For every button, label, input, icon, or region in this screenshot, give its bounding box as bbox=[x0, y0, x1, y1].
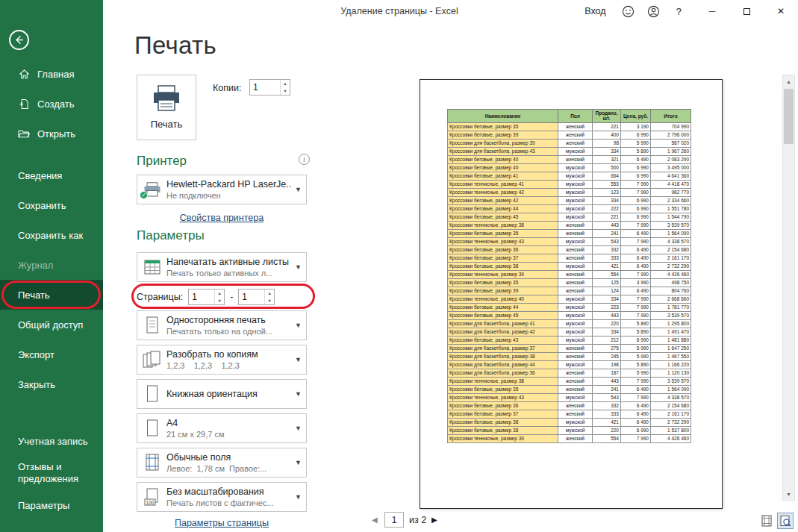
sidebar-item-zakryt[interactable]: Закрыть bbox=[0, 369, 103, 399]
account-person-icon[interactable] bbox=[646, 4, 661, 19]
table-row: Кроссовки для баскетбола, размер 41мужск… bbox=[448, 319, 691, 328]
sidebar-item-uchetnaya-zapis[interactable]: Учетная запись bbox=[0, 426, 103, 456]
setting-margins[interactable]: Обычные поля Левое: 1,78 см Правое:... ▼ bbox=[137, 448, 307, 478]
previous-page-icon[interactable]: ◀ bbox=[372, 516, 378, 524]
copies-input[interactable] bbox=[250, 80, 280, 95]
pages-from-stepper[interactable]: ▲▼ bbox=[188, 289, 225, 305]
setting-orientation[interactable]: Книжная ориентация ▼ bbox=[137, 379, 307, 409]
sidebar-item-sozdat[interactable]: Создать bbox=[0, 89, 103, 119]
setting-duplex[interactable]: Односторонняя печать Печатать только на … bbox=[137, 310, 307, 340]
setting-subtitle: Печатать только на одной... bbox=[166, 327, 272, 336]
printer-select[interactable]: ✓ Hewlett-Packard HP LaserJe... Не подкл… bbox=[137, 175, 307, 204]
back-button[interactable] bbox=[9, 30, 29, 50]
page-title: Печать bbox=[134, 31, 216, 60]
sidebar-item-sokhranit[interactable]: Сохранить bbox=[0, 190, 103, 220]
help-button[interactable]: ? bbox=[676, 6, 682, 17]
printer-properties-link[interactable]: Свойства принтера bbox=[180, 213, 264, 223]
table-cell: 321 bbox=[593, 155, 621, 163]
portrait-orientation-icon bbox=[142, 385, 163, 403]
sidebar-item-glavnaya[interactable]: Главная bbox=[0, 59, 103, 89]
scrollbar-thumb[interactable] bbox=[784, 89, 794, 144]
pages-from-input[interactable] bbox=[189, 290, 214, 304]
table-cell: 6 490 bbox=[621, 287, 651, 295]
sidebar-item-pechat[interactable]: Печать bbox=[0, 280, 103, 310]
info-icon[interactable]: i bbox=[299, 154, 310, 165]
table-cell: 3 190 bbox=[621, 122, 651, 131]
table-cell: женский bbox=[558, 434, 593, 442]
setting-print-active-sheets[interactable]: Напечатать активные листы Печать только … bbox=[137, 252, 307, 282]
table-cell: женский bbox=[558, 131, 593, 139]
setting-paper-size[interactable]: A4 21 см x 29,7 см ▼ bbox=[137, 413, 307, 443]
sidebar-item-sokhranit-kak[interactable]: Сохранить как bbox=[0, 220, 103, 250]
page-setup-link[interactable]: Параметры страницы bbox=[175, 518, 269, 528]
table-header-row: НаименованиеПолПродано, шт.Цена, руб.Ито… bbox=[448, 110, 691, 123]
table-cell: женский bbox=[558, 245, 593, 254]
table-cell: 400 bbox=[593, 131, 621, 139]
zoom-to-page-button[interactable] bbox=[777, 513, 794, 529]
sidebar-item-otkryt[interactable]: Открыть bbox=[0, 119, 103, 148]
table-cell: 334 bbox=[593, 147, 621, 155]
table-cell: мужской bbox=[558, 328, 593, 336]
table-cell: Кроссовки для баскетбола, размер 36 bbox=[448, 369, 558, 377]
copies-up-icon[interactable]: ▲ bbox=[281, 80, 290, 87]
table-cell: 123 bbox=[593, 188, 621, 196]
minimize-button[interactable]: ─ bbox=[695, 0, 729, 22]
copies-stepper[interactable]: ▲ ▼ bbox=[249, 79, 290, 96]
sidebar-item-obshchiy-dostup[interactable]: Общий доступ bbox=[0, 310, 103, 339]
table-cell: 1 647 250 bbox=[651, 344, 691, 352]
table-row: Кроссовки для баскетбола, размер 42мужск… bbox=[448, 328, 691, 336]
sidebar-item-eksport[interactable]: Экспорт bbox=[0, 339, 103, 369]
sidebar-item-parametry[interactable]: Параметры bbox=[0, 490, 103, 520]
next-page-icon[interactable]: ▶ bbox=[431, 516, 437, 524]
pages-from-up-icon[interactable]: ▲ bbox=[215, 290, 224, 297]
table-cell: 6 490 bbox=[621, 229, 651, 237]
table-row: Кроссовки беговые, размер 35женский2213 … bbox=[448, 122, 691, 131]
scrollbar-track[interactable] bbox=[783, 144, 794, 488]
table-cell: 6 490 bbox=[621, 254, 651, 262]
printer-small-icon: ✓ bbox=[142, 182, 163, 197]
maximize-button[interactable] bbox=[729, 0, 764, 22]
sign-in-button[interactable]: Вход bbox=[585, 6, 605, 16]
table-cell: 1 564 090 bbox=[651, 385, 691, 393]
chevron-down-icon: ▼ bbox=[295, 263, 302, 271]
sidebar-item-svedeniya[interactable]: Сведения bbox=[0, 160, 103, 190]
print-button[interactable]: Печать bbox=[137, 75, 196, 140]
sidebar-item-otzyvy[interactable]: Отзывы и предложения bbox=[0, 456, 103, 490]
table-cell: 804 760 bbox=[651, 287, 691, 295]
table-header-cell: Наименование bbox=[448, 110, 558, 123]
show-margins-button[interactable] bbox=[758, 513, 775, 529]
copies-down-icon[interactable]: ▼ bbox=[281, 87, 290, 95]
setting-scaling[interactable]: 100 Без масштабирования Печать листов с … bbox=[137, 482, 307, 512]
feedback-smiley-icon[interactable] bbox=[620, 4, 635, 19]
table-cell: мужской bbox=[558, 303, 593, 311]
table-cell: женский bbox=[558, 254, 593, 262]
table-cell: мужской bbox=[558, 295, 593, 303]
chevron-down-icon: ▼ bbox=[295, 493, 302, 501]
table-row: Кроссовки для баскетбола, размер 37женск… bbox=[448, 344, 691, 352]
pages-to-input[interactable] bbox=[239, 290, 264, 304]
table-header-cell: Цена, руб. bbox=[621, 110, 651, 123]
pages-to-up-icon[interactable]: ▲ bbox=[265, 290, 274, 297]
table-row: Кроссовки беговые, размер 44мужской2237 … bbox=[448, 303, 691, 311]
setting-collate[interactable]: Разобрать по копиям 1,2,3 1,2,3 1,2,3 ▼ bbox=[137, 345, 307, 375]
table-row: Кроссовки беговые, размер 45мужской4437 … bbox=[448, 311, 691, 319]
pages-from-down-icon[interactable]: ▼ bbox=[215, 297, 224, 304]
close-button[interactable]: ✕ bbox=[764, 0, 798, 22]
preview-scrollbar[interactable]: ▲ ▼ bbox=[782, 75, 795, 501]
copies-label: Копии: bbox=[213, 83, 241, 93]
table-cell: Кроссовки теннисные, размер 41 bbox=[448, 180, 558, 188]
table-cell: 5 890 bbox=[621, 328, 651, 336]
pages-to-down-icon[interactable]: ▼ bbox=[265, 297, 274, 304]
table-cell: 1 166 220 bbox=[651, 360, 691, 369]
scroll-up-icon[interactable]: ▲ bbox=[783, 75, 794, 87]
pages-to-stepper[interactable]: ▲▼ bbox=[238, 289, 275, 305]
scroll-down-icon[interactable]: ▼ bbox=[783, 488, 794, 500]
printer-icon bbox=[152, 85, 181, 112]
sidebar-item-label: Создать bbox=[37, 98, 74, 110]
setting-subtitle: Печать листов с фактичес... bbox=[166, 498, 273, 507]
table-row: Кроссовки беговые, размер 38мужской2206 … bbox=[448, 426, 691, 434]
current-page-input[interactable] bbox=[384, 512, 404, 528]
table-cell: 421 bbox=[593, 262, 621, 270]
table-cell: Кроссовки для баскетбола, размер 44 bbox=[448, 360, 558, 369]
home-icon bbox=[18, 69, 30, 80]
